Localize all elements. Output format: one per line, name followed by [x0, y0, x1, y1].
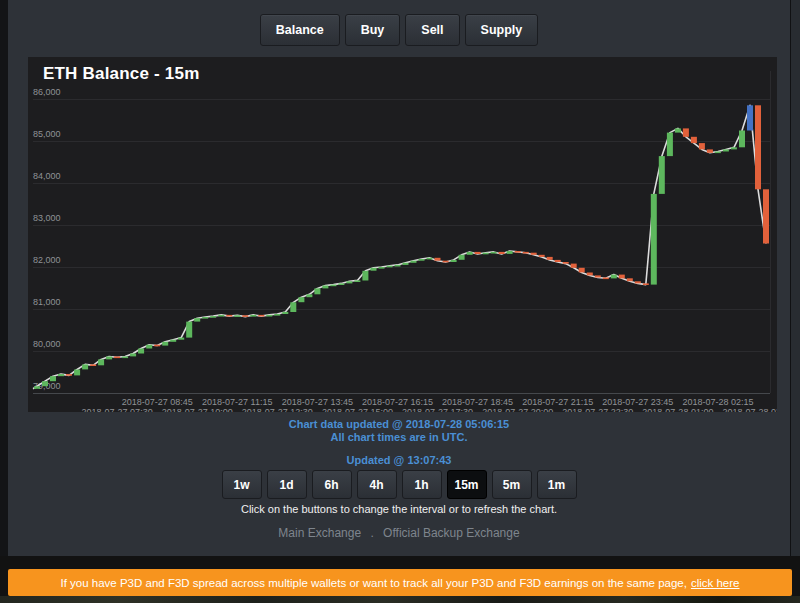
- background-photo-strip: [0, 596, 800, 603]
- interval-button-1d[interactable]: 1d: [267, 470, 307, 499]
- interval-button-1h[interactable]: 1h: [402, 470, 442, 499]
- svg-text:83,000: 83,000: [33, 213, 61, 223]
- exchange-separator: .: [370, 526, 373, 540]
- backup-exchange-link[interactable]: Official Backup Exchange: [383, 526, 520, 540]
- interval-button-1w[interactable]: 1w: [222, 470, 262, 499]
- promo-banner-text: If you have P3D and F3D spread across mu…: [60, 577, 686, 589]
- interval-button-4h[interactable]: 4h: [357, 470, 397, 499]
- exchange-links: Main Exchange . Official Backup Exchange: [8, 526, 790, 540]
- svg-text:84,000: 84,000: [33, 171, 61, 181]
- interval-button-1m[interactable]: 1m: [537, 470, 577, 499]
- svg-text:2018-07-28 03:30: 2018-07-28 03:30: [722, 407, 777, 412]
- svg-text:2018-07-27 07:30: 2018-07-27 07:30: [82, 407, 153, 412]
- svg-text:2018-07-27 10:00: 2018-07-27 10:00: [162, 407, 233, 412]
- interval-button-row: 1w1d6h4h1h15m5m1m: [8, 470, 790, 499]
- interval-button-5m[interactable]: 5m: [492, 470, 532, 499]
- promo-banner: If you have P3D and F3D spread across mu…: [8, 569, 792, 596]
- svg-text:86,000: 86,000: [33, 87, 61, 97]
- chart-title: ETH Balance - 15m: [43, 64, 199, 84]
- buy-button[interactable]: Buy: [345, 14, 401, 46]
- interval-button-6h[interactable]: 6h: [312, 470, 352, 499]
- chart-updated-text: Chart data updated @ 2018-07-28 05:06:15: [8, 418, 790, 430]
- svg-text:82,000: 82,000: [33, 255, 61, 265]
- balance-button[interactable]: Balance: [260, 14, 340, 46]
- click-here-link[interactable]: click here: [691, 577, 740, 589]
- interval-button-15m[interactable]: 15m: [447, 470, 487, 499]
- svg-text:2018-07-27 12:30: 2018-07-27 12:30: [242, 407, 313, 412]
- svg-text:2018-07-27 20:00: 2018-07-27 20:00: [482, 407, 553, 412]
- interval-hint-text: Click on the buttons to change the inter…: [8, 503, 790, 515]
- sell-button[interactable]: Sell: [405, 14, 459, 46]
- svg-text:2018-07-27 13:45: 2018-07-27 13:45: [282, 397, 353, 407]
- chart-panel: 79,00080,00081,00082,00083,00084,00085,0…: [28, 57, 777, 412]
- svg-text:2018-07-27 23:45: 2018-07-27 23:45: [602, 397, 673, 407]
- svg-text:2018-07-27 11:15: 2018-07-27 11:15: [202, 397, 272, 407]
- svg-text:2018-07-28 02:15: 2018-07-28 02:15: [682, 397, 753, 407]
- svg-text:2018-07-27 16:15: 2018-07-27 16:15: [362, 397, 433, 407]
- svg-text:2018-07-27 15:00: 2018-07-27 15:00: [322, 407, 393, 412]
- svg-text:85,000: 85,000: [33, 129, 61, 139]
- updated-time-text: Updated @ 13:07:43: [8, 454, 790, 466]
- svg-text:2018-07-27 17:30: 2018-07-27 17:30: [402, 407, 473, 412]
- svg-text:81,000: 81,000: [33, 297, 61, 307]
- svg-text:2018-07-27 21:15: 2018-07-27 21:15: [522, 397, 593, 407]
- right-page-edge: [790, 0, 800, 556]
- svg-text:2018-07-27 22:30: 2018-07-27 22:30: [562, 407, 633, 412]
- svg-text:2018-07-28 01:00: 2018-07-28 01:00: [642, 407, 713, 412]
- top-toolbar: BalanceBuySellSupply: [8, 14, 790, 46]
- footer-band: If you have P3D and F3D spread across mu…: [0, 556, 800, 603]
- page-background: BalanceBuySellSupply 79,00080,00081,0008…: [8, 0, 790, 556]
- utc-note-text: All chart times are in UTC.: [8, 431, 790, 443]
- supply-button[interactable]: Supply: [465, 14, 539, 46]
- svg-text:80,000: 80,000: [33, 339, 61, 349]
- eth-balance-chart: 79,00080,00081,00082,00083,00084,00085,0…: [28, 57, 777, 412]
- main-exchange-link[interactable]: Main Exchange: [278, 526, 361, 540]
- svg-text:2018-07-27 18:45: 2018-07-27 18:45: [442, 397, 513, 407]
- svg-text:2018-07-27 08:45: 2018-07-27 08:45: [122, 397, 193, 407]
